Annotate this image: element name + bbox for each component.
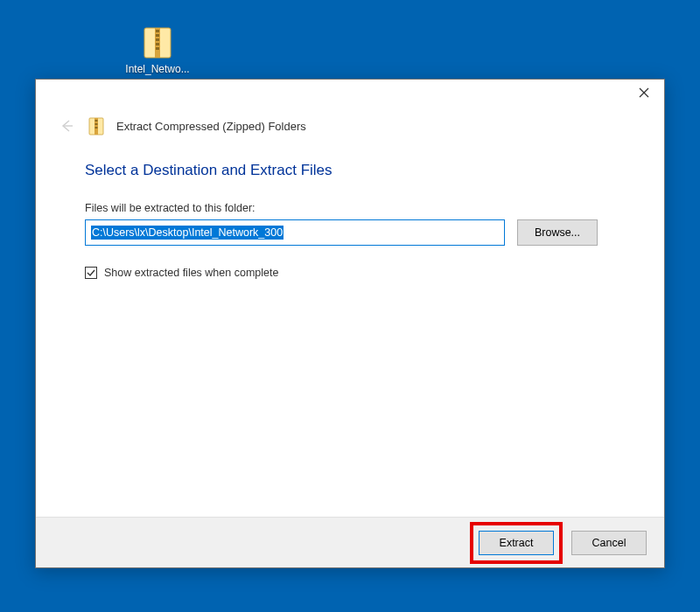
svg-rect-14: [95, 127, 98, 129]
back-arrow-icon: [59, 117, 76, 135]
desktop-icon-label: Intel_Netwo...: [125, 63, 189, 75]
extract-button[interactable]: Extract: [479, 531, 554, 555]
titlebar: [36, 80, 664, 122]
close-button[interactable]: [624, 80, 664, 106]
checkmark-icon: [87, 268, 95, 277]
svg-rect-4: [156, 38, 159, 41]
path-field-label: Files will be extracted to this folder:: [85, 202, 615, 214]
close-icon: [639, 87, 649, 98]
instruction-heading: Select a Destination and Extract Files: [85, 162, 615, 179]
dialog-title: Extract Compressed (Zipped) Folders: [116, 120, 306, 133]
browse-button[interactable]: Browse...: [517, 219, 598, 246]
svg-rect-5: [156, 43, 159, 45]
browse-button-label: Browse...: [535, 226, 580, 239]
destination-path-value: C:\Users\lx\Desktop\Intel_Network_300: [91, 226, 284, 240]
extract-highlight: Extract: [470, 522, 563, 564]
zip-folder-icon: [143, 24, 172, 59]
svg-rect-13: [95, 123, 98, 125]
dialog-footer: Extract Cancel: [36, 517, 664, 567]
extract-button-label: Extract: [500, 537, 534, 549]
show-files-checkbox-label: Show extracted files when complete: [104, 267, 278, 279]
back-button[interactable]: [59, 117, 76, 135]
show-files-checkbox[interactable]: [85, 267, 97, 279]
destination-path-input[interactable]: C:\Users\lx\Desktop\Intel_Network_300: [85, 219, 505, 246]
cancel-button[interactable]: Cancel: [571, 531, 647, 555]
cancel-button-label: Cancel: [592, 537, 626, 549]
svg-rect-2: [156, 30, 159, 32]
show-files-checkbox-row: Show extracted files when complete: [85, 267, 615, 279]
extract-wizard-dialog: Extract Compressed (Zipped) Folders Sele…: [35, 79, 665, 568]
svg-rect-12: [95, 120, 98, 122]
svg-rect-6: [156, 47, 159, 50]
header-row: Extract Compressed (Zipped) Folders: [36, 116, 664, 136]
path-row: C:\Users\lx\Desktop\Intel_Network_300 Br…: [85, 219, 615, 246]
zip-folder-icon: [88, 116, 104, 136]
dialog-content: Select a Destination and Extract Files F…: [36, 136, 664, 517]
svg-rect-3: [156, 34, 159, 37]
desktop-zip-shortcut[interactable]: Intel_Netwo...: [122, 24, 192, 75]
